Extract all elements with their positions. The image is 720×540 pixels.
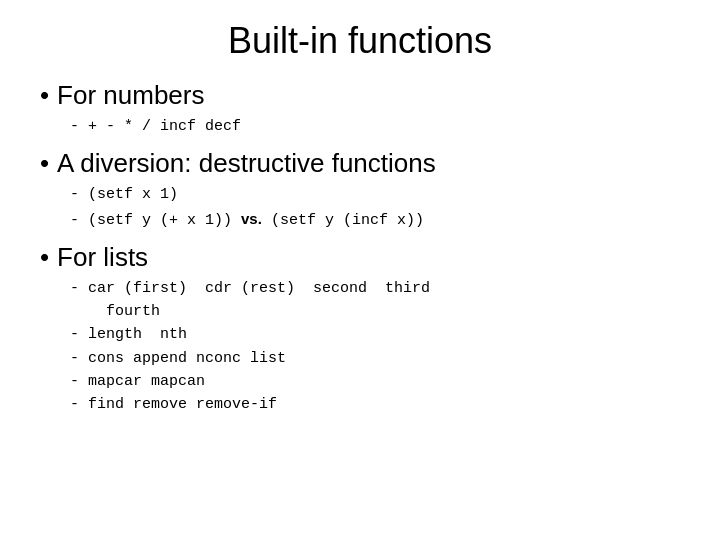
numbers-code: - + - * / incf decf [70, 115, 680, 138]
slide-container: Built-in functions • For numbers - + - *… [0, 0, 720, 540]
lists-line-2: fourth [70, 300, 680, 323]
lists-line-1: - car (first) cdr (rest) second third [70, 277, 680, 300]
numbers-heading-text: For numbers [57, 80, 204, 111]
diversion-code: - (setf x 1) - (setf y (+ x 1)) vs. (set… [70, 183, 680, 232]
section-lists: • For lists - car (first) cdr (rest) sec… [40, 242, 680, 417]
diversion-line-1: - (setf x 1) [70, 183, 680, 206]
lists-line-3: - length nth [70, 323, 680, 346]
section-numbers-heading: • For numbers [40, 80, 680, 111]
section-lists-heading: • For lists [40, 242, 680, 273]
diversion-heading-text: A diversion: destructive functions [57, 148, 436, 179]
lists-code: - car (first) cdr (rest) second third fo… [70, 277, 680, 417]
numbers-line-1: - + - * / incf decf [70, 115, 680, 138]
bullet-numbers: • [40, 80, 49, 111]
lists-heading-text: For lists [57, 242, 148, 273]
lists-line-4: - cons append nconc list [70, 347, 680, 370]
bullet-diversion: • [40, 148, 49, 179]
vs-text: vs. [241, 210, 262, 227]
page-title: Built-in functions [40, 20, 680, 62]
bullet-lists: • [40, 242, 49, 273]
section-diversion: • A diversion: destructive functions - (… [40, 148, 680, 232]
section-diversion-heading: • A diversion: destructive functions [40, 148, 680, 179]
lists-line-5: - mapcar mapcan [70, 370, 680, 393]
diversion-line-2: - (setf y (+ x 1)) vs. (setf y (incf x)) [70, 207, 680, 232]
section-numbers: • For numbers - + - * / incf decf [40, 80, 680, 138]
lists-line-6: - find remove remove-if [70, 393, 680, 416]
